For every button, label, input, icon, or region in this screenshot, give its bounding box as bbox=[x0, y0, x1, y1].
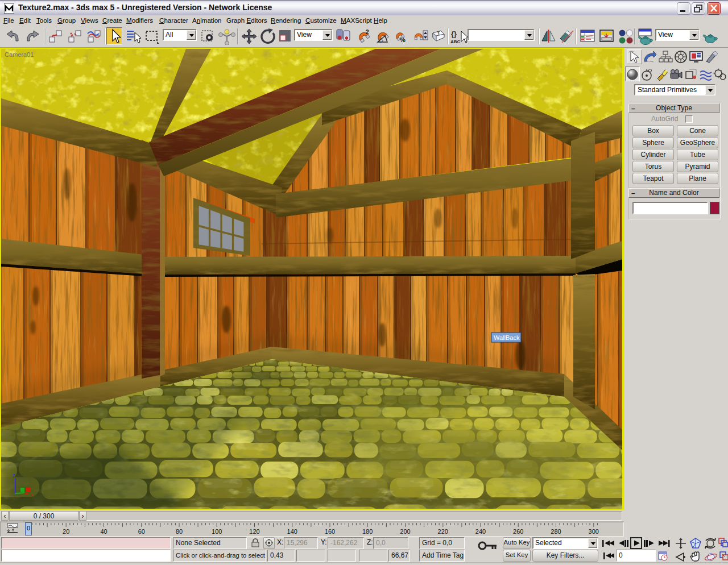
svg-text:280: 280 bbox=[551, 528, 561, 535]
svg-text:80: 80 bbox=[176, 528, 183, 535]
svg-text:260: 260 bbox=[513, 528, 523, 535]
svg-text:180: 180 bbox=[362, 528, 373, 535]
svg-text:%: % bbox=[400, 36, 406, 43]
svg-text:{}: {} bbox=[451, 30, 457, 38]
svg-text:ABC: ABC bbox=[450, 39, 461, 44]
svg-text:240: 240 bbox=[475, 528, 486, 535]
svg-text:200: 200 bbox=[400, 528, 410, 535]
svg-text:40: 40 bbox=[100, 528, 107, 535]
svg-text:x: x bbox=[31, 492, 34, 498]
svg-text:20: 20 bbox=[63, 528, 69, 535]
svg-text:WallBack: WallBack bbox=[494, 334, 520, 341]
svg-text:220: 220 bbox=[438, 528, 448, 535]
svg-text:z: z bbox=[13, 472, 15, 479]
svg-text:Camera01: Camera01 bbox=[5, 51, 34, 58]
svg-text:100: 100 bbox=[212, 528, 222, 535]
svg-text:2: 2 bbox=[366, 29, 369, 35]
svg-text:120: 120 bbox=[249, 528, 259, 535]
svg-text:140: 140 bbox=[287, 528, 297, 535]
svg-text:60: 60 bbox=[138, 528, 145, 535]
svg-text:160: 160 bbox=[325, 528, 335, 535]
svg-text:300: 300 bbox=[589, 528, 599, 535]
